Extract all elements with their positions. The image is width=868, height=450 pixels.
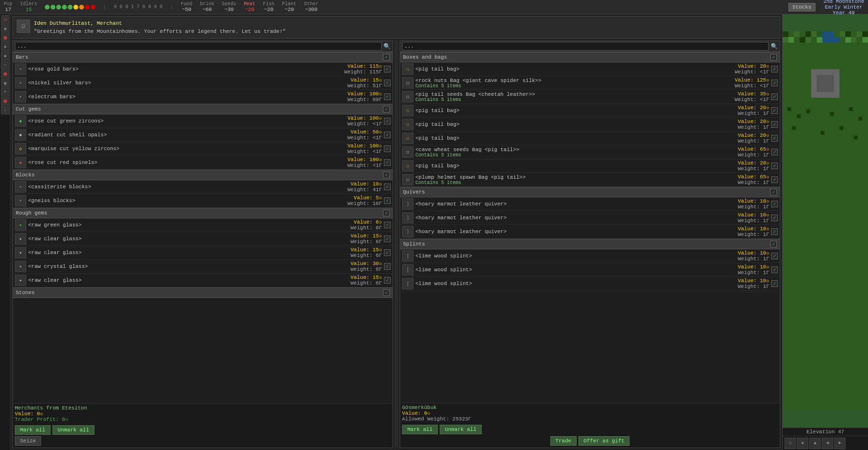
item-checkbox-bag4[interactable]: ✓ (771, 107, 778, 114)
item-checkbox-bag7[interactable]: ✓ (771, 149, 778, 155)
sidebar-icon-9[interactable]: ≡ (1, 88, 10, 96)
item-checkbox-rg1[interactable]: ✓ (384, 222, 391, 228)
item-splint2[interactable]: | <lime wood splint> Value: 10☼ Weight: … (400, 263, 780, 277)
bottom-icon-1[interactable]: ☺ (785, 438, 796, 449)
right-search-icon[interactable]: 🔍 (771, 43, 778, 50)
item-checkbox-block1[interactable]: ✓ (384, 184, 391, 190)
sidebar-icon-7[interactable]: ⊗ (1, 70, 10, 78)
item-name-bag5: <pig tail bag> (415, 122, 724, 127)
item-checkbox-bag5[interactable]: ✓ (771, 121, 778, 128)
category-blocks-checkbox[interactable]: ✓ (383, 172, 390, 178)
left-mark-all-button[interactable]: Mark all (15, 425, 51, 435)
item-checkbox-bars2[interactable]: ✓ (384, 80, 391, 86)
seize-button[interactable]: Seize (15, 436, 41, 446)
sidebar-icon-6[interactable]: ☼ (1, 61, 10, 69)
item-raw-clear-glass2[interactable]: ✦ <raw clear glass> Value: 15☼ Weight: 6… (13, 246, 393, 260)
item-pig-tail-bag4[interactable]: ◻ <pig tail bag> Value: 20☼ Weight: 1Γ ✓ (400, 132, 780, 145)
panel-splitter[interactable]: ⋮ (395, 41, 398, 448)
item-checkbox-quiver2[interactable]: ✓ (771, 215, 778, 221)
category-cut-gems-checkbox[interactable]: ✓ (383, 106, 390, 112)
item-checkbox-bag9[interactable]: ✓ (771, 176, 778, 183)
left-panel-content[interactable]: Bars ✓ ▪ <rose gold bars> Value: 115☼ We… (13, 52, 393, 403)
item-checkbox-block2[interactable]: ✓ (384, 197, 391, 204)
item-quiver3[interactable]: ) <hoary marmot leather quiver> Value: 1… (400, 225, 780, 239)
item-rock-nuts-bag[interactable]: ◻ <rock nuts Bag <giant cave spider silk… (400, 76, 780, 90)
sidebar-icon-10[interactable]: ⊗ (1, 97, 10, 105)
item-checkbox-bag1[interactable]: ✓ (771, 66, 778, 72)
right-mark-all-button[interactable]: Mark all (402, 425, 438, 434)
offer-gift-button[interactable]: Offer as gift (579, 436, 630, 446)
item-checkbox-gem3[interactable]: ✓ (384, 145, 391, 152)
item-rose-gold-bars[interactable]: ▪ <rose gold bars> Value: 115☼ Weight: 1… (13, 62, 393, 76)
item-pig-tail-seeds-bag[interactable]: ◻ <pig tail seeds Bag <cheetah leather>>… (400, 90, 780, 104)
bottom-icon-5[interactable]: ► (834, 438, 846, 449)
item-quiver2[interactable]: ) <hoary marmot leather quiver> Value: 1… (400, 211, 780, 225)
pop-label: Pop (4, 1, 12, 7)
item-checkbox-bars3[interactable]: ✓ (384, 93, 391, 100)
item-raw-clear-glass3[interactable]: ✦ <raw clear glass> Value: 15☼ Weight: 6… (13, 274, 393, 287)
sidebar-icon-5[interactable]: ◆ (1, 51, 10, 60)
item-splint1[interactable]: | <lime wood splint> Value: 10☼ Weight: … (400, 249, 780, 263)
item-yellow-zircons[interactable]: ◇ <marquise cut yellow zircons> Value: 1… (13, 142, 393, 156)
right-panel-content[interactable]: Boxes and bags ✓ ◻ <pig tail bag> Value:… (400, 52, 780, 403)
item-checkbox-gem1[interactable]: ✓ (384, 118, 391, 124)
item-checkbox-splint3[interactable]: ✓ (771, 280, 778, 287)
item-checkbox-quiver1[interactable]: ✓ (771, 201, 778, 207)
sidebar-icon-2[interactable]: ◉ (1, 24, 10, 33)
item-raw-clear-glass1[interactable]: ✦ <raw clear glass> Value: 15☼ Weight: 6… (13, 232, 393, 246)
item-raw-crystal-glass[interactable]: ✦ <raw crystal glass> Value: 30☼ Weight:… (13, 260, 393, 274)
bottom-icon-4[interactable]: ◄ (822, 438, 833, 449)
svg-rect-9 (828, 31, 834, 37)
item-checkbox-rg3[interactable]: ✓ (384, 249, 391, 256)
bottom-icon-2[interactable]: ♦ (797, 438, 808, 449)
item-electrum-bars[interactable]: ▪ <electrum bars> Value: 100☼ Weight: 89… (13, 90, 393, 104)
sidebar-icon-11[interactable]: ↕ (1, 106, 10, 114)
item-checkbox-splint2[interactable]: ✓ (771, 266, 778, 273)
item-checkbox-rg2[interactable]: ✓ (384, 235, 391, 242)
category-quivers-checkbox[interactable]: ✓ (770, 189, 777, 195)
item-nickel-silver-bars[interactable]: ▪ <nickel silver bars> Value: 15☼ Weight… (13, 76, 393, 90)
item-checkbox-gem4[interactable]: ✓ (384, 159, 391, 166)
item-checkbox-quiver3[interactable]: ✓ (771, 228, 778, 235)
sidebar-icon-8[interactable]: ▣ (1, 79, 10, 87)
item-checkbox-rg4[interactable]: ✓ (384, 263, 391, 270)
item-pig-tail-bag5[interactable]: ◻ <pig tail bag> Value: 20☼ Weight: 1Γ ✓ (400, 159, 780, 173)
item-pig-tail-bag2[interactable]: ◻ <pig tail bag> Value: 20☼ Weight: 1Γ ✓ (400, 104, 780, 118)
category-boxes-checkbox[interactable]: ✓ (770, 54, 777, 61)
category-splints-checkbox[interactable]: ✓ (770, 241, 777, 247)
sidebar-icon-3[interactable]: ⊗ (1, 33, 10, 42)
item-checkbox-rg5[interactable]: ✓ (384, 277, 391, 284)
right-unmark-all-button[interactable]: Unmark all (440, 425, 482, 434)
item-green-zircons[interactable]: ◆ <rose cut green zircons> Value: 100☼ W… (13, 114, 393, 128)
item-checkbox-bag2[interactable]: ✓ (771, 80, 778, 86)
left-search-icon[interactable]: 🔍 (383, 43, 391, 50)
item-checkbox-splint1[interactable]: ✓ (771, 253, 778, 259)
category-rough-gems-checkbox[interactable]: ✓ (383, 210, 390, 216)
stocks-button[interactable]: Stocks (788, 3, 816, 11)
sidebar-icon-alert1[interactable]: ☺ (1, 15, 10, 24)
item-pig-tail-bag3[interactable]: ◻ <pig tail bag> Value: 20☼ Weight: 1Γ ✓ (400, 118, 780, 132)
item-checkbox-bars1[interactable]: ✓ (384, 66, 391, 72)
sidebar-icon-4[interactable]: ▲ (1, 42, 10, 51)
left-unmark-all-button[interactable]: Unmark all (52, 425, 94, 435)
item-raw-green-glass[interactable]: ✦ <raw green glass> Value: 6☼ Weight: 6Γ… (13, 218, 393, 232)
item-pig-tail-bag1[interactable]: ◻ <pig tail bag> Value: 20☼ Weight: <1Γ … (400, 62, 780, 76)
category-stones-checkbox[interactable]: ✓ (383, 289, 390, 296)
item-gneiss-blocks[interactable]: ▪ <gneiss blocks> Value: 5☼ Weight: 16Γ … (13, 194, 393, 208)
item-checkbox-bag8[interactable]: ✓ (771, 163, 778, 169)
item-quiver1[interactable]: ) <hoary marmot leather quiver> Value: 1… (400, 197, 780, 211)
bottom-icon-3[interactable]: ▲ (809, 438, 821, 449)
right-search-input[interactable] (402, 42, 769, 51)
left-search-input[interactable] (15, 42, 382, 51)
item-splint3[interactable]: | <lime wood splint> Value: 10☼ Weight: … (400, 277, 780, 291)
trade-button[interactable]: Trade (550, 436, 577, 446)
item-cassiterite-blocks[interactable]: ▪ <cassiterite blocks> Value: 10☼ Weight… (13, 180, 393, 194)
item-red-spinels[interactable]: ◆ <rose cut red spinels> Value: 100☼ Wei… (13, 156, 393, 170)
item-cave-wheat-bag[interactable]: ◻ <cave wheat seeds Bag <pig tail>> Cont… (400, 145, 780, 159)
category-bars-checkbox[interactable]: ✓ (383, 54, 390, 61)
item-plump-helmet-bag[interactable]: ◻ <plump helmet spawn Bag <pig tail>> Co… (400, 173, 780, 187)
item-shell-opals[interactable]: ◈ <radiant cut shell opals> Value: 50☼ W… (13, 128, 393, 142)
item-checkbox-bag3[interactable]: ✓ (771, 93, 778, 100)
item-checkbox-gem2[interactable]: ✓ (384, 132, 391, 138)
item-checkbox-bag6[interactable]: ✓ (771, 135, 778, 142)
